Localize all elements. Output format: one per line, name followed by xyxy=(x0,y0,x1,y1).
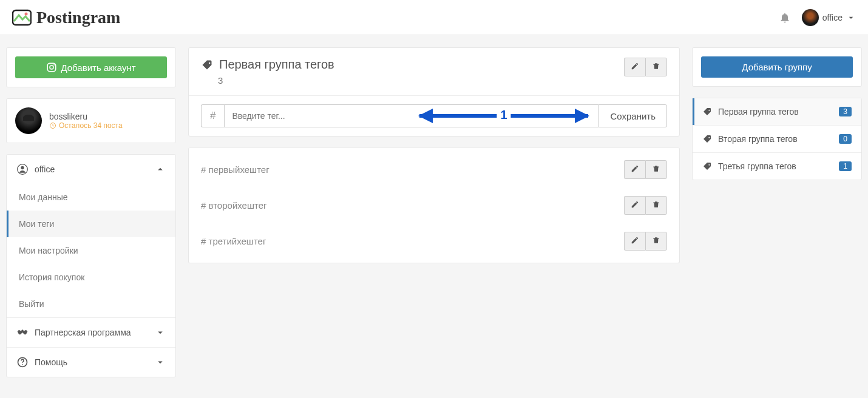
logo[interactable]: Postingram xyxy=(12,8,120,27)
delete-tag-button[interactable] xyxy=(645,160,667,179)
delete-tag-button[interactable] xyxy=(645,196,667,215)
tags-icon xyxy=(702,107,712,116)
chevron-up-icon xyxy=(155,164,166,175)
tag-row: # третийхештег xyxy=(189,223,679,259)
delete-tag-button[interactable] xyxy=(645,232,667,251)
tag-text: # второйхештег xyxy=(201,200,266,211)
edit-tag-button[interactable] xyxy=(624,196,645,215)
help-icon xyxy=(16,356,29,368)
group-badge: 3 xyxy=(839,107,852,116)
tag-row: # первыйхештег xyxy=(189,152,679,187)
save-button[interactable]: Сохранить xyxy=(598,104,667,127)
sidebar-item[interactable]: Мои настройки xyxy=(7,237,175,264)
sidebar-item[interactable]: Мои теги xyxy=(7,211,175,237)
edit-tag-button[interactable] xyxy=(624,232,645,251)
tags-icon xyxy=(702,134,712,144)
user-icon xyxy=(16,163,29,175)
group-item[interactable]: Вторая группа тегов0 xyxy=(693,125,861,152)
tags-list: # первыйхештег# второйхештег# третийхешт… xyxy=(188,147,680,263)
brand-name: Postingram xyxy=(36,8,120,27)
tags-icon xyxy=(702,161,712,171)
group-item[interactable]: Третья группа тегов1 xyxy=(693,152,861,180)
chevron-down-icon xyxy=(155,327,166,338)
group-badge: 0 xyxy=(839,134,852,144)
svg-point-9 xyxy=(25,12,28,15)
chevron-down-icon xyxy=(155,357,166,368)
tags-icon xyxy=(201,59,213,71)
group-name: Вторая группа тегов xyxy=(718,134,798,144)
logo-icon xyxy=(12,8,32,27)
user-menu[interactable]: office xyxy=(802,9,856,26)
menu-help[interactable]: Помощь xyxy=(7,347,175,377)
group-title: Первая группа тегов xyxy=(219,58,334,72)
tag-row: # второйхештег xyxy=(189,187,679,223)
sidebar-item[interactable]: Выйти xyxy=(7,291,175,317)
user-name: office xyxy=(822,13,843,22)
add-account-button[interactable]: Добавить аккаунт xyxy=(15,56,167,78)
groups-list: Первая группа тегов3Вторая группа тегов0… xyxy=(692,98,862,180)
account-remaining: Осталось 34 поста xyxy=(49,121,123,130)
tag-text: # третийхештег xyxy=(201,236,266,246)
menu-office-label: office xyxy=(35,164,55,174)
group-count: 3 xyxy=(218,75,334,86)
menu-partner[interactable]: Партнерская программа xyxy=(7,317,175,347)
menu-section-office[interactable]: office xyxy=(7,155,175,184)
bell-icon[interactable] xyxy=(779,12,791,24)
group-item[interactable]: Первая группа тегов3 xyxy=(693,98,861,125)
add-account-label: Добавить аккаунт xyxy=(61,62,135,73)
group-name: Первая группа тегов xyxy=(718,107,799,116)
delete-group-button[interactable] xyxy=(645,58,667,76)
account-name: bosslikeru xyxy=(49,112,123,121)
account-avatar xyxy=(15,107,42,134)
sidebar-item[interactable]: Мои данные xyxy=(7,184,175,211)
group-badge: 1 xyxy=(839,161,852,171)
menu-help-label: Помощь xyxy=(35,357,67,367)
tag-group-panel: Первая группа тегов 3 # Сохранить 1 xyxy=(188,47,680,137)
avatar xyxy=(802,9,819,26)
chevron-down-icon xyxy=(846,13,856,22)
edit-tag-button[interactable] xyxy=(624,160,645,179)
clock-icon xyxy=(49,122,56,129)
tag-text: # первыйхештег xyxy=(201,164,270,175)
header: Postingram office xyxy=(0,0,868,35)
sidebar-menu: office Мои данныеМои тегиМои настройкиИс… xyxy=(6,154,176,377)
sidebar-item[interactable]: История покупок xyxy=(7,264,175,291)
hash-prefix: # xyxy=(201,104,224,127)
account-row[interactable]: bosslikeru Осталось 34 поста xyxy=(15,107,167,134)
instagram-icon xyxy=(46,62,57,73)
tag-input[interactable] xyxy=(224,104,598,127)
handshake-icon xyxy=(16,326,29,339)
add-group-button[interactable]: Добавить группу xyxy=(701,56,853,78)
edit-group-button[interactable] xyxy=(624,58,645,76)
menu-partner-label: Партнерская программа xyxy=(35,328,131,337)
group-name: Третья группа тегов xyxy=(718,161,796,171)
